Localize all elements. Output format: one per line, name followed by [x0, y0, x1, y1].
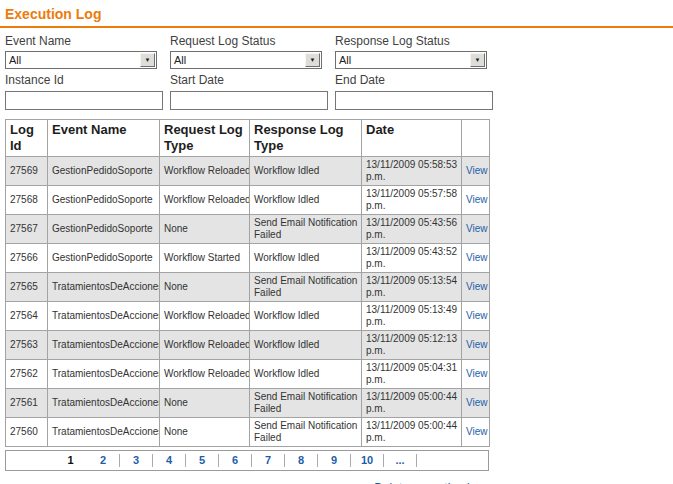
page-link[interactable]: 6 — [219, 454, 252, 467]
page-link[interactable]: ... — [384, 454, 417, 467]
cell-request-log-type: None — [160, 417, 250, 446]
cell-date: 13/11/2009 05:04:31 p.m. — [362, 359, 462, 388]
cell-response-log-type: Workflow Idled — [250, 156, 362, 185]
cell-view: View — [462, 301, 490, 330]
view-link[interactable]: View — [466, 194, 488, 205]
delete-execution-logs-link[interactable]: Delete execution logs — [374, 481, 489, 484]
view-link[interactable]: View — [466, 426, 488, 437]
cell-view: View — [462, 156, 490, 185]
view-link[interactable]: View — [466, 165, 488, 176]
cell-view: View — [462, 243, 490, 272]
page-link[interactable]: 5 — [186, 454, 219, 467]
cell-log-id: 27568 — [6, 185, 48, 214]
cell-view: View — [462, 388, 490, 417]
response-log-status-filter: Response Log Status All ▼ — [335, 35, 500, 69]
response-log-status-label: Response Log Status — [335, 35, 500, 48]
cell-date: 13/11/2009 05:43:56 p.m. — [362, 214, 462, 243]
view-link[interactable]: View — [466, 397, 488, 408]
cell-event-name: TratamientosDeAcciones — [48, 359, 160, 388]
instance-id-label: Instance Id — [5, 74, 170, 87]
instance-id-filter: Instance Id — [5, 74, 170, 110]
cell-response-log-type: Workflow Idled — [250, 359, 362, 388]
table-row: 27567 GestionPedidoSoporte None Send Ema… — [6, 214, 490, 243]
request-log-status-selected-value: All — [171, 53, 304, 68]
request-log-status-select[interactable]: All ▼ — [170, 51, 322, 69]
request-log-status-label: Request Log Status — [170, 35, 335, 48]
table-row: 27565 TratamientosDeAcciones None Send E… — [6, 272, 490, 301]
cell-request-log-type: Workflow Reloaded — [160, 156, 250, 185]
cell-log-id: 27562 — [6, 359, 48, 388]
page-link[interactable]: 2 — [87, 454, 120, 467]
instance-id-input[interactable] — [5, 91, 163, 110]
page-link[interactable]: 9 — [318, 454, 351, 467]
cell-date: 13/11/2009 05:00:44 p.m. — [362, 417, 462, 446]
page-link[interactable]: 4 — [153, 454, 186, 467]
table-row: 27562 TratamientosDeAcciones Workflow Re… — [6, 359, 490, 388]
view-link[interactable]: View — [466, 223, 488, 234]
cell-response-log-type: Workflow Idled — [250, 185, 362, 214]
cell-log-id: 27569 — [6, 156, 48, 185]
chevron-down-icon[interactable]: ▼ — [470, 53, 485, 67]
cell-response-log-type: Send Email Notification Failed — [250, 417, 362, 446]
view-link[interactable]: View — [466, 310, 488, 321]
event-name-select[interactable]: All ▼ — [5, 51, 157, 69]
page-link[interactable]: 10 — [351, 454, 384, 467]
response-log-status-select[interactable]: All ▼ — [335, 51, 487, 69]
cell-request-log-type: Workflow Reloaded — [160, 359, 250, 388]
cell-response-log-type: Workflow Idled — [250, 301, 362, 330]
chevron-down-icon[interactable]: ▼ — [305, 53, 320, 67]
cell-log-id: 27567 — [6, 214, 48, 243]
cell-log-id: 27563 — [6, 330, 48, 359]
cell-view: View — [462, 272, 490, 301]
cell-response-log-type: Send Email Notification Failed — [250, 388, 362, 417]
cell-view: View — [462, 417, 490, 446]
cell-log-id: 27565 — [6, 272, 48, 301]
cell-event-name: GestionPedidoSoporte — [48, 214, 160, 243]
cell-response-log-type: Workflow Idled — [250, 243, 362, 272]
event-name-label: Event Name — [5, 35, 170, 48]
table-row: 27566 GestionPedidoSoporte Workflow Star… — [6, 243, 490, 272]
cell-date: 13/11/2009 05:57:58 p.m. — [362, 185, 462, 214]
cell-view: View — [462, 185, 490, 214]
cell-log-id: 27566 — [6, 243, 48, 272]
page-link[interactable]: 8 — [285, 454, 318, 467]
start-date-filter: Start Date — [170, 74, 335, 110]
cell-event-name: GestionPedidoSoporte — [48, 185, 160, 214]
chevron-down-glyph: ▼ — [475, 57, 481, 63]
cell-request-log-type: Workflow Reloaded — [160, 185, 250, 214]
page-link[interactable]: 3 — [120, 454, 153, 467]
view-link[interactable]: View — [466, 281, 488, 292]
page-link[interactable]: 7 — [252, 454, 285, 467]
cell-response-log-type: Send Email Notification Failed — [250, 214, 362, 243]
table-row: 27568 GestionPedidoSoporte Workflow Relo… — [6, 185, 490, 214]
cell-date: 13/11/2009 05:12:13 p.m. — [362, 330, 462, 359]
cell-date: 13/11/2009 05:43:52 p.m. — [362, 243, 462, 272]
chevron-down-icon[interactable]: ▼ — [140, 53, 155, 67]
cell-log-id: 27564 — [6, 301, 48, 330]
current-page: 1 — [54, 454, 87, 467]
view-link[interactable]: View — [466, 368, 488, 379]
chevron-down-glyph: ▼ — [310, 57, 316, 63]
cell-event-name: TratamientosDeAcciones — [48, 330, 160, 359]
table-row: 27563 TratamientosDeAcciones Workflow Re… — [6, 330, 490, 359]
table-row: 27569 GestionPedidoSoporte Workflow Relo… — [6, 156, 490, 185]
cell-request-log-type: None — [160, 388, 250, 417]
end-date-input[interactable] — [335, 91, 493, 110]
cell-date: 13/11/2009 05:58:53 p.m. — [362, 156, 462, 185]
end-date-filter: End Date — [335, 74, 500, 110]
cell-date: 13/11/2009 05:13:49 p.m. — [362, 301, 462, 330]
end-date-label: End Date — [335, 74, 500, 87]
start-date-input[interactable] — [170, 91, 328, 110]
cell-view: View — [462, 359, 490, 388]
cell-date: 13/11/2009 05:13:54 p.m. — [362, 272, 462, 301]
cell-request-log-type: None — [160, 272, 250, 301]
log-table-body: 27569 GestionPedidoSoporte Workflow Relo… — [6, 156, 490, 446]
cell-response-log-type: Send Email Notification Failed — [250, 272, 362, 301]
view-link[interactable]: View — [466, 252, 488, 263]
pagination: 1 2345678910... — [5, 450, 489, 471]
title-divider — [0, 26, 673, 28]
chevron-down-glyph: ▼ — [145, 57, 151, 63]
cell-log-id: 27561 — [6, 388, 48, 417]
table-row: 27564 TratamientosDeAcciones Workflow Re… — [6, 301, 490, 330]
view-link[interactable]: View — [466, 339, 488, 350]
